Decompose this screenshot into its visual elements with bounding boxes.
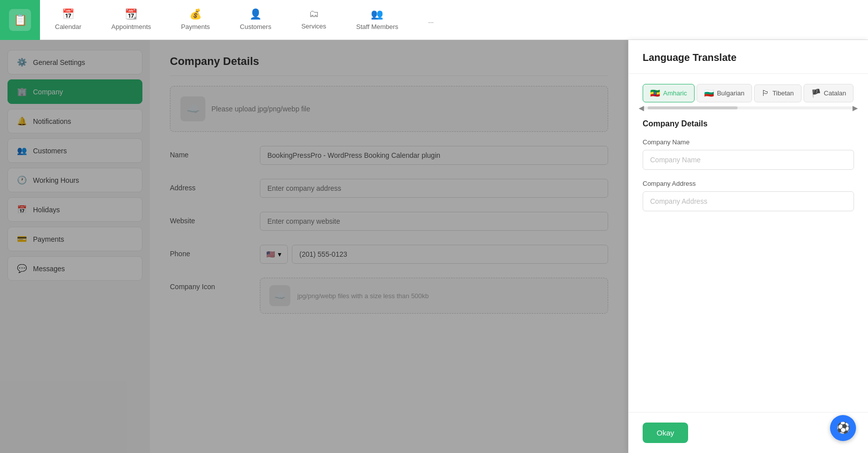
scroll-right-icon[interactable]: ▶ [853, 104, 858, 112]
calendar-nav-icon: 📅 [62, 8, 74, 20]
nav-item-staff[interactable]: 👥Staff Members [341, 0, 413, 39]
nav-item-appointments[interactable]: 📆Appointments [96, 0, 166, 39]
scroll-left-icon[interactable]: ◀ [639, 104, 644, 112]
nav-item-customers[interactable]: 👤Customers [225, 0, 286, 39]
lang-tab-catalan[interactable]: 🏴Catalan [804, 84, 854, 102]
appointments-nav-icon: 📆 [125, 8, 137, 20]
services-nav-icon: 🗂 [309, 8, 319, 19]
calendar-nav-label: Calendar [55, 23, 81, 30]
catalan-label: Catalan [824, 89, 847, 97]
lang-tab-tibetan[interactable]: 🏳Tibetan [754, 84, 802, 102]
nav-item-more[interactable]: ... [413, 0, 449, 39]
bulgarian-flag: 🇧🇬 [704, 88, 714, 98]
more-nav-label: ... [428, 17, 434, 24]
scrollbar-thumb [648, 106, 738, 109]
help-icon: ⚽ [837, 422, 850, 435]
panel-fields: Company Name Company Address [643, 138, 854, 211]
lang-scrollbar-track[interactable]: ◀ ▶ [643, 106, 854, 109]
panel-body: 🇪🇹Amharic🇧🇬Bulgarian🏳Tibetan🏴Catalan🇩🇰Da… [629, 74, 868, 412]
main-layout: ⚙️General Settings🏢Company🔔Notifications… [0, 40, 868, 453]
customers-nav-label: Customers [240, 23, 271, 30]
field-group-company-address: Company Address [643, 180, 854, 211]
payments-nav-label: Payments [181, 23, 210, 30]
language-translate-panel: Language Translate 🇪🇹Amharic🇧🇬Bulgarian🏳… [628, 40, 868, 453]
content-area: ⚙️General Settings🏢Company🔔Notifications… [0, 40, 628, 453]
amharic-flag: 🇪🇹 [650, 88, 660, 98]
payments-nav-icon: 💰 [189, 8, 202, 20]
lang-tab-bulgarian[interactable]: 🇧🇬Bulgarian [697, 84, 752, 102]
company-name-input[interactable] [643, 150, 854, 170]
staff-nav-icon: 👥 [371, 8, 383, 20]
services-nav-label: Services [301, 22, 326, 30]
nav-item-calendar[interactable]: 📅Calendar [40, 0, 96, 39]
bulgarian-label: Bulgarian [717, 89, 745, 97]
panel-title: Language Translate [643, 52, 854, 63]
nav-item-payments[interactable]: 💰Payments [166, 0, 225, 39]
customers-nav-icon: 👤 [249, 8, 262, 20]
tibetan-label: Tibetan [773, 89, 794, 97]
panel-section-title: Company Details [643, 119, 854, 128]
top-navigation: 📋 📅Calendar📆Appointments💰Payments👤Custom… [0, 0, 868, 40]
catalan-flag: 🏴 [811, 88, 821, 98]
company-address-input[interactable] [643, 191, 854, 211]
overlay [0, 40, 628, 453]
logo-icon: 📋 [9, 9, 31, 31]
company-address-label: Company Address [643, 180, 854, 187]
help-button[interactable]: ⚽ [830, 415, 856, 441]
lang-tab-amharic[interactable]: 🇪🇹Amharic [643, 84, 695, 102]
company-name-label: Company Name [643, 138, 854, 146]
nav-items-container: 📅Calendar📆Appointments💰Payments👤Customer… [40, 0, 868, 39]
tibetan-flag: 🏳 [762, 89, 770, 98]
field-group-company-name: Company Name [643, 138, 854, 170]
okay-button[interactable]: Okay [643, 423, 688, 443]
app-logo[interactable]: 📋 [0, 0, 40, 40]
panel-header: Language Translate [629, 40, 868, 74]
appointments-nav-label: Appointments [111, 23, 151, 30]
nav-item-services[interactable]: 🗂Services [286, 0, 341, 39]
amharic-label: Amharic [663, 89, 687, 97]
language-tabs: 🇪🇹Amharic🇧🇬Bulgarian🏳Tibetan🏴Catalan🇩🇰Da… [643, 84, 854, 102]
staff-nav-label: Staff Members [356, 23, 398, 30]
